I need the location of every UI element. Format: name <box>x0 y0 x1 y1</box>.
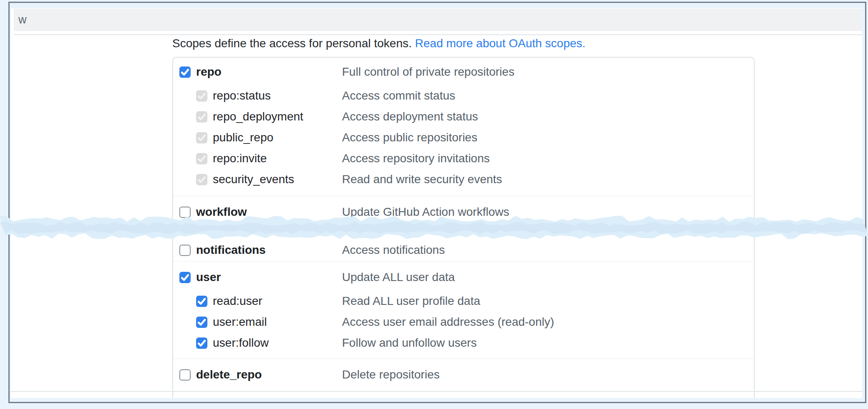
scope-row-user:email[interactable]: user:emailAccess user email addresses (r… <box>173 312 754 332</box>
checkbox-notifications[interactable] <box>179 245 191 256</box>
checkbox-repo:invite <box>196 153 207 164</box>
scope-description: Delete repositories <box>342 368 439 381</box>
scope-group-notifications: notificationsAccess notifications <box>173 233 754 261</box>
scope-label: repo <box>196 65 222 79</box>
note-input-bar[interactable]: w <box>14 9 862 31</box>
checkbox-user:follow[interactable] <box>196 337 207 349</box>
scope-description: Full control of private repositories <box>342 65 514 79</box>
scope-description: Access notifications <box>342 243 445 257</box>
scope-group-user: userUpdate ALL user dataread:userRead AL… <box>173 261 754 358</box>
scope-row-delete_repo[interactable]: delete_repoDelete repositories <box>173 364 754 386</box>
scope-description: Access public repositories <box>342 131 477 144</box>
subscopes-user: read:userRead ALL user profile datauser:… <box>173 291 754 353</box>
scope-label: public_repo <box>213 131 273 144</box>
scope-row-workflow[interactable]: workflowUpdate GitHub Action workflows <box>173 201 754 223</box>
scope-label: security_events <box>213 173 294 186</box>
scope-description: Read and write security events <box>342 173 502 186</box>
scope-box: repoFull control of private repositories… <box>172 57 755 398</box>
scope-row-user:follow[interactable]: user:followFollow and unfollow users <box>173 332 754 353</box>
scope-description: Access user email addresses (read-only) <box>342 315 554 329</box>
scope-row-public_repo[interactable]: public_repoAccess public repositories <box>173 127 754 148</box>
scope-description: Access deployment status <box>342 110 478 123</box>
checkbox-user[interactable] <box>179 272 191 283</box>
subscopes-repo: repo:statusAccess commit statusrepo_depl… <box>173 85 754 190</box>
scope-label: notifications <box>196 243 266 257</box>
scope-label: read:user <box>213 294 262 308</box>
scope-label: repo:invite <box>213 152 267 165</box>
scope-row-repo_deployment[interactable]: repo_deploymentAccess deployment status <box>173 106 754 127</box>
checkbox-public_repo <box>196 132 207 143</box>
scope-row-security_events[interactable]: security_eventsRead and write security e… <box>173 169 754 190</box>
scope-label: user:follow <box>213 336 269 350</box>
outer-panel: w Scopes define the access for personal … <box>8 2 866 403</box>
scope-group-delete_repo: delete_repoDelete repositories <box>173 359 754 389</box>
scope-row-user[interactable]: userUpdate ALL user data <box>173 266 754 288</box>
scope-label: user <box>196 271 221 284</box>
checkbox-repo[interactable] <box>179 66 191 78</box>
scope-group-workflow: workflowUpdate GitHub Action workflows <box>173 196 754 233</box>
scope-label: user:email <box>213 315 267 329</box>
scope-description: Read ALL user profile data <box>342 294 480 308</box>
scope-row-repo:invite[interactable]: repo:inviteAccess repository invitations <box>173 148 754 169</box>
scope-description: Access commit status <box>342 89 455 102</box>
scope-row-notifications[interactable]: notificationsAccess notifications <box>173 239 754 261</box>
scope-description: Access repository invitations <box>342 152 490 165</box>
checkbox-repo:status <box>196 90 207 102</box>
checkbox-delete_repo[interactable] <box>179 369 191 381</box>
scope-description: Update GitHub Action workflows <box>342 205 509 219</box>
scope-description: Follow and unfollow users <box>342 336 477 350</box>
scopes-intro: Scopes define the access for personal to… <box>172 36 585 51</box>
page: w Scopes define the access for personal … <box>11 8 862 398</box>
checkbox-security_events <box>196 174 207 185</box>
scope-row-repo:status[interactable]: repo:statusAccess commit status <box>173 85 754 106</box>
note-input-value: w <box>14 9 862 31</box>
scope-label: workflow <box>196 205 247 219</box>
checkbox-user:email[interactable] <box>196 317 207 328</box>
scope-description: Update ALL user data <box>342 271 455 284</box>
topbar-divider <box>14 34 862 35</box>
checkbox-repo_deployment <box>196 111 207 123</box>
scopes-intro-text: Scopes define the access for personal to… <box>172 37 415 50</box>
scope-label: delete_repo <box>196 368 262 381</box>
scope-label: repo:status <box>213 89 271 102</box>
scope-row-read:user[interactable]: read:userRead ALL user profile data <box>173 291 754 312</box>
checkbox-read:user[interactable] <box>196 296 207 307</box>
checkbox-workflow[interactable] <box>179 207 191 218</box>
oauth-scopes-link[interactable]: Read more about OAuth scopes. <box>415 37 586 50</box>
scope-label: repo_deployment <box>213 110 303 123</box>
scope-group-repo: repoFull control of private repositories… <box>173 58 754 196</box>
page-bottom-hairline <box>11 391 862 392</box>
scope-row-repo[interactable]: repoFull control of private repositories <box>173 61 754 83</box>
